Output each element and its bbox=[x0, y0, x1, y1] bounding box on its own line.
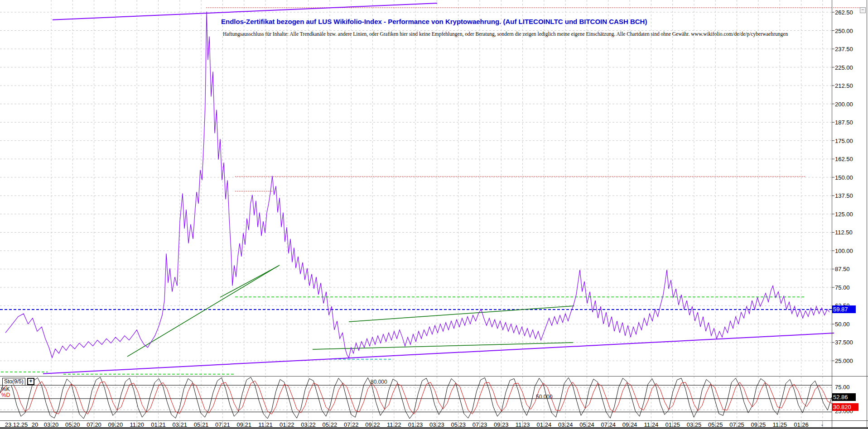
x-axis-label: 09.20 bbox=[108, 421, 123, 428]
x-axis-label: 03.20 bbox=[44, 421, 59, 428]
x-axis-label: 05.23 bbox=[451, 421, 466, 428]
sto-level-80-label: 80.000 bbox=[371, 379, 387, 385]
sto-settings-button[interactable]: Sto(9/5) bbox=[2, 378, 25, 386]
x-axis-label: 07.25 bbox=[729, 421, 744, 428]
sto-d-line bbox=[0, 381, 832, 415]
x-axis-label: 01.22 bbox=[280, 421, 294, 428]
x-axis-label: 01.26 bbox=[794, 421, 809, 428]
trendline-green_solid bbox=[349, 306, 574, 322]
x-axis-label: 07.24 bbox=[601, 421, 616, 428]
x-axis-label: 05.21 bbox=[194, 421, 209, 428]
current-price-badge: 59.87 bbox=[832, 305, 856, 313]
x-axis-label: 07.21 bbox=[215, 421, 230, 428]
x-axis-label: 01.24 bbox=[537, 421, 552, 428]
price-axis-label: 50.00 bbox=[835, 320, 850, 327]
price-axis-label: 112.50 bbox=[835, 229, 853, 236]
price-axis-label: 175.00 bbox=[835, 137, 853, 144]
x-axis-label: 05.24 bbox=[579, 421, 594, 428]
x-axis-tail: - bbox=[821, 421, 823, 428]
trendline-green_solid bbox=[127, 265, 280, 357]
x-axis-label: 20 bbox=[32, 421, 38, 428]
x-axis-label: 01.25 bbox=[665, 421, 680, 428]
price-axis-label: 225.00 bbox=[835, 64, 853, 71]
x-axis-label: 07.23 bbox=[473, 421, 487, 428]
k-percent-label: %K bbox=[1, 386, 10, 392]
x-axis-label: 03.22 bbox=[301, 421, 316, 428]
chart-title: Endlos-Zertifikat bezogen auf LUS Wikifo… bbox=[221, 18, 647, 25]
trendline-trend_purple bbox=[43, 333, 834, 374]
x-axis-label: 07.20 bbox=[87, 421, 101, 428]
x-axis-label: 05.22 bbox=[323, 421, 338, 428]
x-axis-label: 09.22 bbox=[365, 421, 380, 428]
x-axis-label: 09.25 bbox=[751, 421, 766, 428]
x-axis-label: 11.24 bbox=[644, 421, 659, 428]
price-axis-label: 250.00 bbox=[835, 27, 853, 34]
x-axis-label: 09.23 bbox=[494, 421, 509, 428]
price-axis-label: 237.50 bbox=[835, 46, 853, 52]
add-indicator-button[interactable]: + bbox=[27, 378, 34, 385]
price-axis-label: 187.50 bbox=[835, 119, 853, 126]
x-axis-start-date: 23.12.25 bbox=[5, 421, 28, 428]
sto-level-50-label: 50.000 bbox=[536, 394, 553, 400]
x-axis-label: 03.23 bbox=[429, 421, 444, 428]
chart-canvas[interactable] bbox=[0, 0, 868, 429]
x-axis-label: 03.25 bbox=[687, 421, 702, 428]
price-axis-label: 137.50 bbox=[835, 192, 853, 199]
price-axis-label: 37.500 bbox=[835, 339, 853, 346]
price-axis-label: 25.000 bbox=[835, 357, 853, 364]
price-axis-label: 125.00 bbox=[835, 210, 853, 217]
x-axis-label: 11.23 bbox=[516, 421, 530, 428]
sto-axis-label-75: 75.00 bbox=[835, 384, 850, 391]
minimize-button[interactable]: − bbox=[860, 7, 866, 13]
chart-disclaimer: Haftungsausschluss für Inhalte: Alle Tre… bbox=[223, 31, 788, 37]
x-axis-label: 09.21 bbox=[236, 421, 251, 428]
x-axis-label: 11.21 bbox=[258, 421, 273, 428]
k-value-badge: 52.86 bbox=[832, 393, 856, 401]
x-axis-label: 03.24 bbox=[558, 421, 573, 428]
x-axis-label: 05.25 bbox=[708, 421, 723, 428]
x-axis-label: 01.23 bbox=[408, 421, 423, 428]
price-axis-label: 200.00 bbox=[835, 100, 853, 107]
x-axis-label: 11.22 bbox=[387, 421, 401, 428]
price-axis-label: 87.50 bbox=[835, 266, 850, 272]
d-percent-label: %D bbox=[1, 392, 10, 398]
price-axis-label: 150.00 bbox=[835, 174, 853, 181]
x-axis-label: 05.20 bbox=[65, 421, 80, 428]
price-axis-label: 100.00 bbox=[835, 247, 853, 254]
trendline-green_solid bbox=[220, 266, 278, 297]
x-axis-label: 11.20 bbox=[130, 421, 144, 428]
x-axis-label: 03.21 bbox=[173, 421, 188, 428]
price-axis-label: 212.50 bbox=[835, 82, 853, 89]
x-axis-label: 09.24 bbox=[622, 421, 637, 428]
d-value-badge: 30.820 bbox=[832, 403, 858, 411]
price-axis-label: 162.50 bbox=[835, 156, 853, 162]
price-axis-label: 262.50 bbox=[835, 9, 853, 16]
price-axis-label: 75.00 bbox=[835, 284, 850, 291]
x-axis-label: 07.22 bbox=[344, 421, 359, 428]
x-axis-label: 11.25 bbox=[772, 421, 787, 428]
x-axis-label: 01.21 bbox=[151, 421, 166, 428]
chart-window: Endlos-Zertifikat bezogen auf LUS Wikifo… bbox=[0, 0, 868, 429]
